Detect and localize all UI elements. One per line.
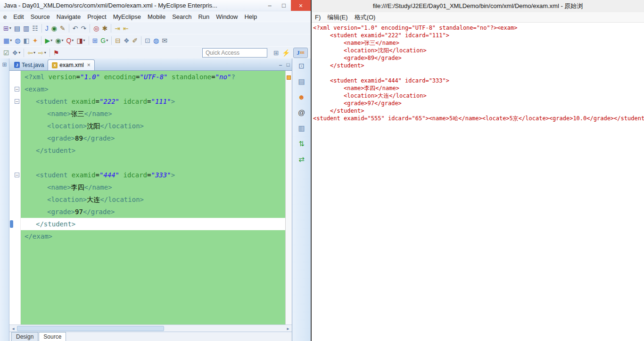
internal-browser-button[interactable]: ◍ [152,35,160,46]
notepad-menu-e[interactable]: 编辑(E) [324,13,351,22]
notepad-menu-f[interactable]: F) [312,14,324,21]
open-perspective-button[interactable]: ⊞ [272,48,281,58]
new-wizard-button[interactable]: ⊞▾ [2,23,13,33]
menu-e[interactable]: e [0,12,10,21]
synchronize-view-button[interactable]: ⇅ [297,139,306,149]
quick-launch-button[interactable]: ⚡ [281,48,291,58]
menu-edit[interactable]: Edit [10,12,27,21]
notepad-titlebar[interactable]: file:///E:/Study/J2EE/Day01_XMLDemo/bin/… [312,0,644,12]
tab-exam-xml[interactable]: xexam.xml× [48,59,94,70]
problems-view-button[interactable]: ☻ [297,92,307,102]
code-line-text[interactable]: </exam> [21,230,285,242]
code-line-text[interactable]: <location>大连</location> [21,193,285,206]
menu-myeclipse[interactable]: MyEclipse [110,12,144,21]
quick-access-input[interactable] [202,48,267,58]
snapshot-button[interactable]: ◧ [22,35,31,46]
generate-button[interactable]: G▾ [99,35,109,46]
save-button[interactable]: ▤ [13,23,22,33]
skip-breakpoints-button[interactable]: ◎ [92,23,100,33]
menu-run[interactable]: Run [195,12,213,21]
repository-view-button[interactable]: ⇄ [297,154,306,165]
scroll-left-icon[interactable]: ◂ [9,326,17,331]
deploy-button[interactable]: ✦ [31,35,40,46]
collapsed-left-panel[interactable]: ⊞ [0,58,9,341]
web-browser-button[interactable]: ◍ [13,35,22,46]
menu-search[interactable]: Search [169,12,195,21]
profile-button[interactable]: Q▾ [65,35,75,46]
debug-button[interactable]: ◉▾ [54,35,65,46]
mail-button[interactable]: ✉ [160,35,169,46]
code-line-text[interactable]: <grade>89</grade> [21,132,285,144]
tab-design[interactable]: Design [11,332,38,341]
coverage-button[interactable]: ◨▾ [75,35,86,46]
new-window-button[interactable]: ⊡ [143,35,152,46]
back-button[interactable]: ⇦▾ [26,48,37,58]
restore-package-explorer-icon[interactable]: ⊞ [2,61,7,68]
close-tab-icon[interactable]: × [87,62,91,68]
maximize-editor-icon[interactable]: □ [284,58,292,70]
notepad-menu-o[interactable]: 格式(O) [351,13,379,22]
horizontal-scrollbar[interactable]: ◂ ▸ [9,324,292,332]
menu-window[interactable]: Window [213,12,241,21]
xml-editor[interactable]: <?xml version="1.0" encoding="UTF-8" sta… [9,71,285,324]
next-annotation-button[interactable]: ⇥ [113,23,122,33]
close-button[interactable]: × [291,0,311,11]
pin-editor-button[interactable]: ⚑ [52,48,61,58]
servers-view-button[interactable]: ▤ [297,76,306,87]
menu-project[interactable]: Project [84,12,109,21]
edit-external-button[interactable]: ✎ [58,23,67,33]
annotation-ruler[interactable] [285,71,292,324]
minimize-editor-icon[interactable]: – [277,58,284,70]
menu-navigate[interactable]: Navigate [53,12,84,21]
eclipse-titlebar[interactable]: Java - Day01_XMLDemo/src/com/xml/Demo/ex… [0,0,311,11]
java-ee-perspective-button[interactable]: J EE [293,48,308,58]
code-line-text[interactable] [21,157,285,169]
code-line-text[interactable]: <student examid="222" idcard="111"> [21,95,285,108]
code-line-text[interactable]: <location>沈阳</location> [21,120,285,132]
restore-view-button[interactable]: ⊡ [297,61,306,71]
tab-test-java[interactable]: JTest.java [10,59,48,70]
print-button[interactable]: ☷ [31,23,40,33]
console-view-button[interactable]: ▥ [297,123,306,133]
menu-source[interactable]: Source [27,12,53,21]
code-line-text[interactable]: <exam> [21,83,285,95]
run-button[interactable]: ▶▾ [43,35,54,46]
tab-source[interactable]: Source [39,332,66,341]
new-table-button[interactable]: ▦▾ [2,35,13,46]
code-line-text[interactable]: <student examid="444" idcard="333"> [21,169,285,181]
mark-occurrences-button[interactable]: ☑ [2,48,11,58]
fold-collapse-icon[interactable]: – [15,99,19,104]
outline-button[interactable]: ❖▾ [11,48,22,58]
save-all-button[interactable]: ▥ [22,23,31,33]
code-line-text[interactable]: <name>张三</name> [21,108,285,120]
previous-annotation-button[interactable]: ⇤ [122,23,130,33]
search-button[interactable]: ✱ [100,23,109,33]
scrollbar-track[interactable] [17,326,284,331]
scrollbar-thumb[interactable] [17,326,164,331]
undo-button[interactable]: ↶ [71,23,80,33]
minimize-button[interactable]: – [263,0,277,11]
menu-mobile[interactable]: Mobile [144,12,169,21]
redo-button[interactable]: ↷ [79,23,88,33]
code-line-text[interactable]: <?xml version="1.0" encoding="UTF-8" sta… [21,71,285,83]
package-explorer-button[interactable]: ❖ [122,35,131,46]
notepad-content[interactable]: <?xml version="1.0" encoding="UTF-8" sta… [312,23,644,341]
code-line-text[interactable]: <grade>97</grade> [21,206,285,218]
code-line-text[interactable]: </student> [21,218,285,230]
code-line-text[interactable]: </student> [21,144,285,157]
scroll-right-icon[interactable]: ▸ [284,326,292,331]
wand-button[interactable]: ✐ [131,35,140,46]
maximize-button[interactable]: □ [277,0,291,11]
forward-button[interactable]: ⇨▾ [37,48,48,58]
javadoc-button[interactable]: J [44,23,50,33]
annotations-view-button[interactable]: @ [297,108,306,118]
editor-filler-area[interactable] [21,242,285,324]
code-line: <grade>89</grade> [9,132,285,144]
debug-java-button[interactable]: ◉ [50,23,58,33]
fold-collapse-icon[interactable]: – [15,173,19,177]
menu-help[interactable]: Help [241,12,260,21]
open-resource-button[interactable]: ⊟ [114,35,122,46]
code-line-text[interactable]: <name>李四</name> [21,181,285,193]
new-grid-button[interactable]: ⊞ [91,35,99,46]
fold-collapse-icon[interactable]: – [15,87,19,91]
